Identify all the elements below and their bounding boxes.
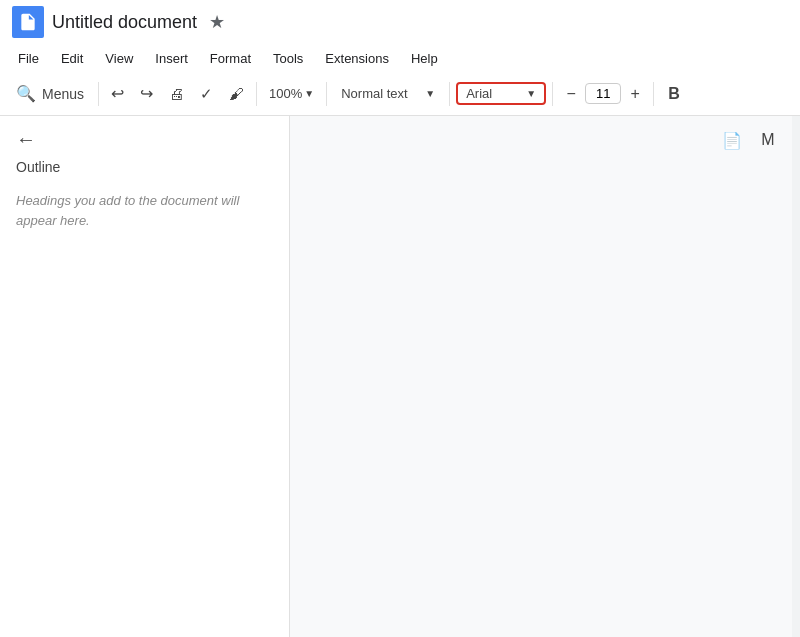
spellcheck-icon: ✓ [200, 85, 213, 103]
font-size-decrease-button[interactable]: − [559, 82, 583, 106]
menu-insert[interactable]: Insert [145, 47, 198, 70]
document-area[interactable]: 📄 M [290, 116, 792, 637]
more-options-label: M [761, 131, 774, 149]
bold-label: B [668, 85, 680, 103]
menu-edit[interactable]: Edit [51, 47, 93, 70]
paragraph-style-label: Normal text [341, 86, 407, 101]
toolbar-divider-5 [552, 82, 553, 106]
undo-button[interactable]: ↩ [105, 80, 130, 107]
paint-format-button[interactable]: 🖌 [223, 81, 250, 106]
doc-toolbar-right: 📄 M [716, 124, 784, 156]
sidebar-title: Outline [16, 159, 273, 175]
sidebar-back-button[interactable]: ← [16, 128, 273, 151]
more-options-button[interactable]: M [752, 124, 784, 156]
menu-bar: File Edit View Insert Format Tools Exten… [0, 44, 800, 72]
menus-label: Menus [42, 86, 84, 102]
sidebar-outline-hint: Headings you add to the document will ap… [16, 191, 273, 230]
content-area: ← Outline Headings you add to the docume… [0, 116, 800, 637]
font-label: Arial [466, 86, 492, 101]
toolbar-divider-4 [449, 82, 450, 106]
paragraph-style-dropdown-icon: ▼ [425, 88, 435, 99]
zoom-value: 100% [269, 86, 302, 101]
print-button[interactable]: 🖨 [163, 81, 190, 106]
spellcheck-button[interactable]: ✓ [194, 81, 219, 107]
menu-extensions[interactable]: Extensions [315, 47, 399, 70]
zoom-dropdown-icon: ▼ [304, 88, 314, 99]
toolbar-divider-3 [326, 82, 327, 106]
back-arrow-icon: ← [16, 128, 36, 151]
save-indicator-button[interactable]: 📄 [716, 124, 748, 156]
font-size-input[interactable] [585, 83, 621, 104]
toolbar-divider-1 [98, 82, 99, 106]
toolbar: 🔍 Menus ↩ ↪ 🖨 ✓ 🖌 100% ▼ Normal text ▼ A… [0, 72, 800, 116]
menu-format[interactable]: Format [200, 47, 261, 70]
star-icon[interactable]: ★ [209, 11, 225, 33]
font-dropdown-icon: ▼ [526, 88, 536, 99]
save-icon: 📄 [722, 131, 742, 150]
undo-icon: ↩ [111, 84, 124, 103]
toolbar-divider-2 [256, 82, 257, 106]
print-icon: 🖨 [169, 85, 184, 102]
font-size-increase-button[interactable]: + [623, 82, 647, 106]
paragraph-style-select[interactable]: Normal text ▼ [333, 84, 443, 103]
font-size-container: − + [559, 82, 647, 106]
menu-tools[interactable]: Tools [263, 47, 313, 70]
bold-button[interactable]: B [660, 81, 688, 107]
scrollbar-right[interactable] [792, 116, 800, 637]
redo-icon: ↪ [140, 84, 153, 103]
menu-file[interactable]: File [8, 47, 49, 70]
redo-button[interactable]: ↪ [134, 80, 159, 107]
menus-button[interactable]: 🔍 Menus [8, 80, 92, 107]
menu-view[interactable]: View [95, 47, 143, 70]
zoom-select[interactable]: 100% ▼ [263, 84, 320, 103]
sidebar: ← Outline Headings you add to the docume… [0, 116, 290, 637]
paint-format-icon: 🖌 [229, 85, 244, 102]
search-icon: 🔍 [16, 84, 36, 103]
toolbar-divider-6 [653, 82, 654, 106]
document-title[interactable]: Untitled document [52, 12, 197, 33]
menu-help[interactable]: Help [401, 47, 448, 70]
title-bar: Untitled document ★ [0, 0, 800, 44]
doc-icon [12, 6, 44, 38]
font-select[interactable]: Arial ▼ [456, 82, 546, 105]
